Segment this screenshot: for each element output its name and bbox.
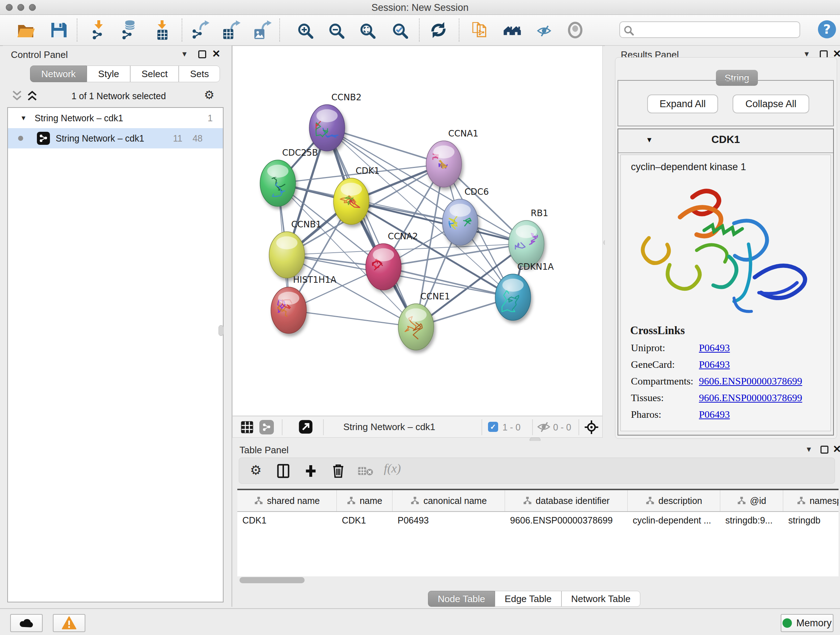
control-panel-maximize-icon[interactable] (198, 50, 206, 58)
selected-checkbox-icon[interactable]: ✓ (488, 422, 498, 432)
export-table-icon[interactable] (221, 20, 242, 40)
column-header-name[interactable]: name (337, 490, 393, 511)
tab-network[interactable]: Network (30, 65, 87, 82)
show-columns-icon[interactable] (277, 464, 290, 480)
table-cell[interactable]: cyclin-dependent ... (628, 515, 720, 526)
column-header-description[interactable]: description (628, 490, 720, 511)
control-panel-float-icon[interactable]: ▼ (181, 50, 188, 58)
table-panel-maximize-icon[interactable] (821, 446, 829, 454)
crosslink-link[interactable]: 9606.ENSP00000378699 (699, 392, 802, 404)
table-cell[interactable]: P06493 (393, 515, 505, 526)
eye-disabled-icon[interactable] (565, 20, 585, 40)
network-node-RB1[interactable]: RB1 (508, 208, 548, 267)
crosslink-link[interactable]: P06493 (699, 342, 730, 354)
toolbar-divider (323, 419, 324, 435)
vertical-splitter-handle[interactable] (218, 325, 224, 336)
help-icon[interactable]: ? (817, 19, 837, 40)
column-header-id[interactable]: @id (720, 490, 783, 511)
import-table-icon[interactable] (152, 20, 172, 40)
open-session-icon[interactable] (16, 20, 36, 40)
network-share-icon[interactable] (259, 420, 274, 434)
network-node-CDK1[interactable]: CDK1 (333, 166, 379, 225)
column-header-canonical-name[interactable]: canonical name (393, 490, 505, 511)
collection-caret-icon[interactable]: ▼ (20, 114, 27, 122)
network-node-CCNE1[interactable]: CCNE1 (398, 291, 450, 350)
tab-select[interactable]: Select (130, 65, 179, 82)
function-builder-icon[interactable]: f(x) (384, 462, 401, 475)
network-selection-status: 1 of 1 Network selected (46, 91, 191, 101)
network-node-CCNA1[interactable]: CCNA1 (426, 128, 478, 187)
network-collection-row[interactable]: ▼ String Network – cdk1 1 (8, 108, 223, 128)
expand-all-networks-icon[interactable] (27, 90, 39, 101)
results-panel-close-icon[interactable]: ✕ (833, 50, 840, 58)
network-options-gear-icon[interactable]: ⚙ (204, 89, 215, 101)
hide-eye-icon[interactable] (534, 20, 554, 40)
network-edge[interactable] (327, 128, 416, 327)
export-image-icon[interactable] (253, 20, 273, 40)
tab-style[interactable]: Style (87, 65, 130, 82)
network-node-HIST1H1A[interactable]: HIST1H1A (271, 275, 337, 333)
crosslink-link[interactable]: P06493 (699, 409, 730, 420)
network-node-CDC25B[interactable]: CDC25B (260, 148, 318, 206)
table-cell[interactable]: stringdb (783, 515, 838, 526)
delete-table-icon[interactable] (358, 466, 374, 478)
export-network-icon[interactable] (190, 20, 210, 40)
detach-view-icon[interactable] (298, 420, 313, 435)
homes-icon[interactable] (502, 20, 523, 40)
tab-sets[interactable]: Sets (179, 65, 220, 82)
zoom-out-icon[interactable] (325, 20, 346, 40)
table-panel: Table Panel ▼ ✕ ⚙ f(x) shared namenameca… (234, 441, 840, 607)
save-session-icon[interactable] (49, 20, 69, 40)
hidden-eye-icon[interactable] (537, 421, 550, 434)
network-node-CDKN1A[interactable]: CDKN1A (495, 262, 554, 320)
collapse-all-button[interactable]: Collapse All (733, 95, 809, 113)
control-panel-close-icon[interactable]: ✕ (212, 50, 220, 58)
birdseye-crosshair-icon[interactable] (584, 420, 599, 436)
table-header-row: shared namenamecanonical namedatabase id… (237, 490, 838, 512)
network-canvas[interactable]: CCNB2CCNA1CDC25BCDK1CDC6RB1CCNB1CCNA2CDK… (232, 46, 603, 416)
network-row-selected[interactable]: String Network – cdk1 11 48 (8, 128, 223, 149)
column-header-label: database identifier (536, 496, 609, 506)
table-cell[interactable]: CDK1 (337, 515, 393, 526)
refresh-icon[interactable] (428, 20, 448, 40)
table-horizontal-scrollbar[interactable] (240, 577, 305, 583)
collapse-all-networks-icon[interactable] (11, 90, 24, 101)
delete-column-icon[interactable] (332, 463, 345, 480)
crosslink-link[interactable]: P06493 (699, 359, 730, 371)
table-cell[interactable]: stringdb:9... (720, 515, 783, 526)
crosslink-link[interactable]: 9606.ENSP00000378699 (699, 375, 802, 387)
network-edge[interactable] (289, 310, 416, 327)
zoom-selected-icon[interactable] (389, 20, 409, 40)
zoom-fit-icon[interactable] (357, 20, 377, 40)
table-cell[interactable]: CDK1 (237, 515, 337, 526)
tab-edge-table[interactable]: Edge Table (495, 591, 561, 607)
network-node-CCNA2[interactable]: CCNA2 (366, 231, 418, 290)
import-network-database-icon[interactable] (119, 20, 140, 40)
zoom-in-icon[interactable] (294, 20, 315, 40)
table-row[interactable]: CDK1CDK1P064939606.ENSP00000378699cyclin… (237, 512, 838, 529)
tab-network-table[interactable]: Network Table (561, 591, 640, 607)
column-header-database-identifier[interactable]: database identifier (505, 490, 628, 511)
column-header-shared-name[interactable]: shared name (237, 490, 337, 511)
column-header-namespace[interactable]: namespace (783, 490, 838, 511)
network-node-CCNB2[interactable]: CCNB2 (309, 92, 362, 151)
table-panel-close-icon[interactable]: ✕ (833, 445, 840, 453)
import-network-icon[interactable] (89, 20, 109, 40)
crosslink-label: Tissues: (631, 392, 699, 404)
warning-button[interactable] (53, 614, 85, 632)
tab-node-table[interactable]: Node Table (428, 591, 495, 607)
search-input[interactable] (619, 21, 800, 38)
crosslinks-heading: CrossLinks (630, 324, 831, 337)
add-column-icon[interactable] (304, 464, 317, 480)
memory-button[interactable]: Memory (781, 614, 834, 632)
toolbar-divider (532, 419, 533, 435)
share-document-icon[interactable] (470, 20, 491, 40)
show-grid-icon[interactable] (240, 421, 254, 435)
expand-all-button[interactable]: Expand All (647, 95, 718, 113)
table-panel-float-icon[interactable]: ▼ (805, 445, 813, 454)
control-panel: Control Panel ▼ ✕ NetworkStyleSelectSets… (3, 46, 232, 607)
table-cell[interactable]: 9606.ENSP00000378699 (505, 515, 628, 526)
table-options-gear-icon[interactable]: ⚙ (250, 464, 262, 477)
cloud-button[interactable] (10, 614, 43, 632)
cdk1-section-header[interactable]: ▼ CDK1 (618, 129, 833, 153)
